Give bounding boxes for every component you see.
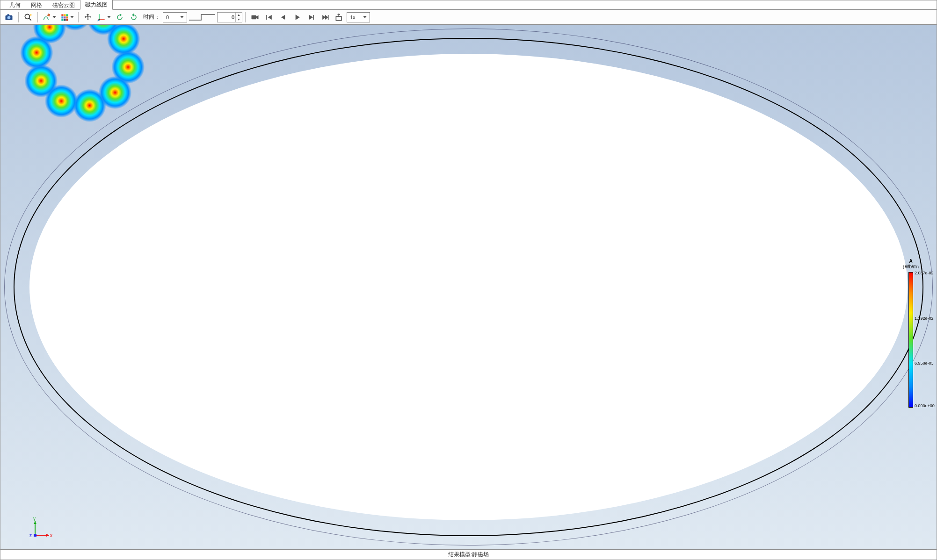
svg-point-1 [7, 16, 11, 19]
chevron-down-icon [180, 16, 184, 18]
svg-rect-22 [266, 15, 267, 20]
play-button[interactable] [291, 11, 304, 23]
svg-marker-24 [281, 15, 285, 20]
svg-marker-28 [322, 15, 326, 20]
chevron-down-icon [70, 16, 74, 18]
step-graphic [188, 12, 216, 23]
svg-marker-29 [325, 15, 328, 20]
svg-rect-13 [61, 19, 63, 21]
svg-rect-7 [61, 14, 63, 16]
chevron-down-icon [363, 16, 367, 18]
svg-marker-5 [30, 14, 32, 15]
next-frame-button[interactable] [305, 11, 318, 23]
svg-line-4 [29, 18, 31, 20]
view-cube-dropdown[interactable] [58, 11, 75, 23]
tab-fieldlines[interactable]: 磁力线图 [80, 0, 113, 10]
status-bar: 结果模型:静磁场 [0, 549, 937, 560]
tab-label: 磁密云图 [52, 2, 75, 8]
last-frame-button[interactable] [319, 11, 332, 23]
legend-unit: （Wb/m） [894, 264, 927, 270]
graphics-viewport[interactable]: x y z A （Wb/m） 2.087e-02 1.392e-02 6.958… [0, 25, 937, 549]
svg-rect-30 [328, 15, 329, 20]
axis-triad: x y z [29, 517, 57, 540]
svg-marker-26 [309, 15, 313, 20]
svg-marker-21 [256, 15, 259, 19]
result-tabs: 几何 网格 磁密云图 磁力线图 [0, 0, 937, 10]
time-select-value: 0 [166, 14, 179, 20]
tab-label: 几何 [9, 2, 21, 8]
svg-rect-27 [313, 15, 314, 20]
axis-z-label: z [29, 533, 32, 538]
screenshot-button[interactable] [2, 11, 15, 23]
record-button[interactable] [248, 11, 261, 23]
rotate-ccw-button[interactable] [113, 11, 126, 23]
axis-orient-dropdown[interactable] [95, 11, 112, 23]
svg-marker-33 [46, 534, 49, 537]
tab-mesh[interactable]: 网格 [26, 0, 47, 10]
svg-rect-11 [64, 16, 65, 18]
status-text: 结果模型:静磁场 [448, 551, 489, 559]
pan-button[interactable] [81, 11, 94, 23]
spinner-down-button[interactable]: ▼ [235, 17, 242, 22]
svg-rect-2 [7, 14, 9, 15]
svg-marker-35 [34, 521, 36, 524]
tab-flux-density[interactable]: 磁密云图 [47, 0, 80, 10]
svg-marker-23 [268, 15, 272, 20]
spinner-up-button[interactable]: ▲ [235, 13, 242, 18]
color-legend: A （Wb/m） 2.087e-02 1.392e-02 6.958e-03 0… [894, 258, 927, 408]
axis-y-label: y [33, 516, 36, 521]
field-plot [0, 25, 99, 123]
chevron-down-icon [52, 16, 56, 18]
svg-rect-8 [64, 14, 65, 16]
export-animation-button[interactable] [333, 11, 346, 23]
tab-label: 磁力线图 [85, 1, 108, 8]
step-spinner-input[interactable] [218, 13, 235, 22]
time-label: 时间： [141, 13, 162, 21]
legend-tick: 2.087e-02 [915, 271, 934, 275]
svg-rect-10 [61, 16, 63, 18]
svg-rect-6 [47, 13, 50, 16]
svg-rect-15 [66, 19, 68, 21]
appearance-dropdown[interactable] [41, 11, 58, 23]
legend-quantity: A [894, 258, 927, 264]
svg-rect-12 [66, 16, 68, 18]
legend-tick: 1.392e-02 [915, 316, 934, 321]
legend-colorbar: 2.087e-02 1.392e-02 6.958e-03 0.000e+00 [908, 272, 913, 408]
speed-select-value: 1x [350, 14, 362, 20]
speed-select[interactable]: 1x [347, 12, 370, 22]
svg-marker-25 [296, 14, 300, 20]
chevron-down-icon [107, 16, 111, 18]
time-select[interactable]: 0 [163, 12, 187, 22]
toolbar-separator [37, 12, 38, 22]
toolbar-separator [245, 12, 246, 22]
tab-label: 网格 [31, 2, 42, 8]
svg-rect-14 [64, 19, 65, 21]
first-frame-button[interactable] [262, 11, 276, 23]
view-toolbar: 时间： 0 ▲ ▼ [0, 10, 937, 25]
rotate-cw-button[interactable] [127, 11, 140, 23]
legend-tick: 0.000e+00 [915, 403, 935, 408]
zoom-fit-button[interactable] [22, 11, 35, 23]
svg-rect-9 [66, 14, 68, 16]
svg-rect-36 [34, 534, 36, 537]
step-spinner[interactable]: ▲ ▼ [217, 12, 242, 22]
toolbar-separator [78, 12, 79, 22]
prev-frame-button[interactable] [276, 11, 290, 23]
axis-x-label: x [50, 533, 52, 538]
legend-tick: 6.958e-03 [915, 361, 934, 366]
svg-rect-31 [336, 16, 341, 20]
tab-geometry[interactable]: 几何 [4, 0, 26, 10]
toolbar-separator [18, 12, 19, 22]
svg-rect-20 [252, 15, 256, 19]
svg-point-19 [98, 19, 100, 20]
